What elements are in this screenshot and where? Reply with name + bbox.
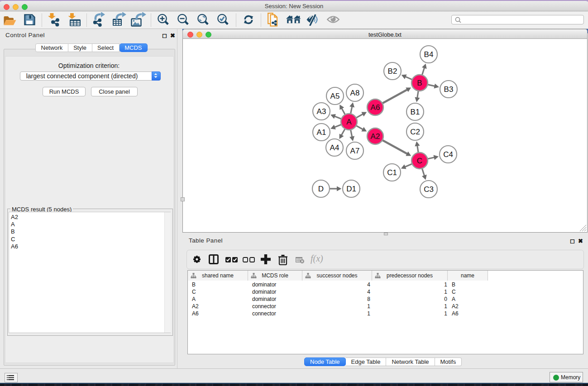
svg-text:D: D [318, 185, 324, 193]
svg-text:A3: A3 [317, 107, 326, 116]
svg-text:C3: C3 [424, 185, 434, 194]
svg-text:A5: A5 [330, 92, 340, 100]
svg-text:B: B [417, 79, 422, 87]
svg-text:B1: B1 [411, 108, 420, 116]
svg-text:B4: B4 [424, 50, 434, 59]
svg-text:A4: A4 [330, 143, 339, 152]
svg-text:A2: A2 [371, 132, 380, 141]
svg-text:D1: D1 [346, 185, 356, 193]
svg-text:B3: B3 [444, 85, 454, 94]
svg-text:A7: A7 [350, 147, 360, 155]
svg-text:C: C [417, 157, 422, 165]
svg-text:C1: C1 [387, 168, 397, 177]
svg-text:A8: A8 [350, 89, 360, 97]
svg-text:A: A [346, 118, 352, 126]
svg-text:A1: A1 [317, 128, 326, 137]
svg-text:B2: B2 [388, 67, 397, 76]
svg-text:A6: A6 [371, 103, 380, 112]
svg-text:C2: C2 [410, 128, 420, 136]
svg-text:f(x): f(x) [311, 254, 323, 264]
svg-text:C4: C4 [443, 150, 453, 159]
